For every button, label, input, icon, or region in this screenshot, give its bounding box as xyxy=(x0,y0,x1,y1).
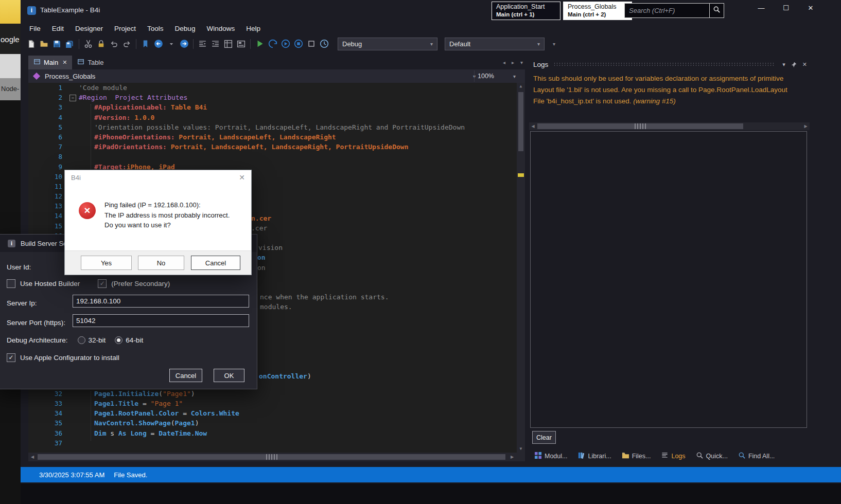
code-line: 32Page1.Initialize("Page1") xyxy=(28,389,525,399)
dock-tab-quick[interactable]: Quick... xyxy=(692,449,732,463)
server-ip-input[interactable] xyxy=(73,295,249,308)
editor-horizontal-scrollbar[interactable]: ◀ ▶ xyxy=(28,453,525,461)
module-tab-icon xyxy=(33,58,41,67)
clear-logs-button[interactable]: Clear xyxy=(532,431,556,444)
cut-icon[interactable] xyxy=(82,38,95,50)
menu-help[interactable]: Help xyxy=(240,25,266,32)
uncomment-block-icon[interactable] xyxy=(209,38,222,50)
code-line: 8 xyxy=(28,152,525,161)
stop-icon[interactable] xyxy=(305,38,318,50)
scroll-left-icon[interactable]: ◀ xyxy=(529,122,537,130)
editor-tab-main[interactable]: Main✕ xyxy=(28,56,72,69)
horizontal-scroll-thumb[interactable] xyxy=(537,123,743,129)
server-port-input[interactable] xyxy=(73,314,249,327)
log-output-area[interactable] xyxy=(530,131,807,428)
prefer-secondary-checkbox[interactable] xyxy=(98,279,107,288)
editor-vertical-scrollbar[interactable]: ▲ ▼ xyxy=(517,83,525,453)
menu-edit[interactable]: Edit xyxy=(46,25,69,32)
scroll-up-icon[interactable]: ▲ xyxy=(517,83,525,90)
zoom-value: 100% xyxy=(478,73,494,80)
cancel-button[interactable]: Cancel xyxy=(169,369,202,382)
scroll-left-icon[interactable]: ◀ xyxy=(28,453,37,461)
title-bar: i TableExample - B4i Application_StartMa… xyxy=(21,0,841,22)
connect-device-icon[interactable] xyxy=(266,38,279,50)
save-all-icon[interactable] xyxy=(63,38,76,50)
quick-jump-process_globals[interactable]: Process_GlobalsMain (ctrl + 2) xyxy=(563,2,632,20)
menu-designer[interactable]: Designer xyxy=(69,25,109,32)
scroll-right-icon[interactable]: ▶ xyxy=(508,453,516,461)
apple-configurator-checkbox[interactable] xyxy=(7,353,15,362)
quick-jump-application_start[interactable]: Application_StartMain (ctrl + 1) xyxy=(492,2,560,20)
tab-navigation: ◂ ▸ ▾ xyxy=(503,56,523,69)
current-sub-dropdown[interactable]: Process_Globals xyxy=(45,73,95,80)
pin-icon[interactable] xyxy=(791,61,797,68)
cancel-button[interactable]: Cancel xyxy=(191,256,240,270)
close-icon[interactable]: ✕ xyxy=(239,173,245,182)
configuration-combo[interactable]: Debug ▾ xyxy=(338,38,437,50)
code-fragment: nce when the application starts. xyxy=(260,292,389,302)
menu-windows[interactable]: Windows xyxy=(201,25,240,32)
close-tab-icon[interactable]: ✕ xyxy=(62,59,67,66)
undo-icon[interactable] xyxy=(108,38,120,50)
menu-file[interactable]: File xyxy=(24,25,46,32)
horizontal-scroll-thumb[interactable] xyxy=(38,454,505,460)
editor-tab-table[interactable]: Table xyxy=(72,56,109,69)
code-line: 3#ApplicationLabel: Table B4i xyxy=(28,102,525,112)
maximize-button[interactable]: ☐ xyxy=(781,4,791,12)
dock-tab-logs[interactable]: Logs xyxy=(657,449,689,463)
menu-project[interactable]: Project xyxy=(109,25,142,32)
debug-architecture-options: 32-bit64-bit xyxy=(78,336,144,344)
run-icon[interactable] xyxy=(253,38,266,50)
close-panel-icon[interactable]: ✕ xyxy=(802,61,807,68)
ok-button[interactable]: OK xyxy=(214,369,244,382)
rebuild-icon[interactable] xyxy=(292,38,305,50)
scroll-right-icon[interactable]: ▶ xyxy=(802,122,810,130)
ping-dialog-title: B4i xyxy=(71,174,81,182)
logs-title: Logs xyxy=(533,61,548,68)
search-button[interactable] xyxy=(709,4,724,17)
no-button[interactable]: No xyxy=(138,256,184,270)
dock-tab-modul[interactable]: Modul... xyxy=(530,449,571,463)
designer-grid-icon[interactable] xyxy=(222,38,235,50)
open-project-icon[interactable] xyxy=(38,38,50,50)
profiler-icon[interactable] xyxy=(318,38,330,50)
radio-64-bit[interactable]: 64-bit xyxy=(115,336,143,344)
hosted-builder-checkbox[interactable] xyxy=(7,279,15,288)
collapse-region-icon[interactable]: − xyxy=(69,95,76,101)
new-file-icon[interactable] xyxy=(25,38,38,50)
radio-32-bit[interactable]: 32-bit xyxy=(78,336,106,344)
close-button[interactable]: ✕ xyxy=(806,4,815,12)
menu-debug[interactable]: Debug xyxy=(169,25,201,32)
code-line: 4#Version: 1.0.0 xyxy=(28,113,525,122)
minimize-button[interactable]: — xyxy=(757,4,766,12)
designer-abstract-icon[interactable] xyxy=(235,38,248,50)
build-configuration-combo[interactable]: Default ▾ xyxy=(445,38,545,50)
zoom-combo[interactable]: 100% ▾ xyxy=(474,70,519,82)
dock-tab-files[interactable]: Files... xyxy=(618,449,655,463)
navigate-forward-icon[interactable] xyxy=(178,38,190,50)
dock-tab-findall[interactable]: Find All... xyxy=(734,449,779,463)
bookmark-icon[interactable] xyxy=(139,38,152,50)
vertical-scroll-thumb[interactable] xyxy=(518,92,523,151)
tab-list-dropdown-icon[interactable]: ▾ xyxy=(520,60,523,65)
toolbar-overflow-button[interactable]: ▾ xyxy=(553,41,555,47)
panel-menu-chevron-icon[interactable]: ▾ xyxy=(782,61,785,68)
dock-tab-librari[interactable]: Librari... xyxy=(573,449,615,463)
save-icon[interactable] xyxy=(50,38,63,50)
yes-button[interactable]: Yes xyxy=(81,256,132,270)
scroll-tabs-left-icon[interactable]: ◂ xyxy=(503,60,505,65)
navigate-back-icon[interactable] xyxy=(152,38,165,50)
panel-drag-handle[interactable] xyxy=(553,62,775,66)
scroll-tabs-right-icon[interactable]: ▸ xyxy=(512,60,514,65)
scroll-down-icon[interactable]: ▼ xyxy=(517,445,525,453)
code-line: 36Dim s As Long = DateTime.Now xyxy=(28,428,525,438)
compile-icon[interactable] xyxy=(279,38,292,50)
background-light-fragment xyxy=(0,54,21,78)
menu-tools[interactable]: Tools xyxy=(142,25,169,32)
history-dropdown-icon[interactable] xyxy=(165,38,178,50)
comment-block-icon[interactable] xyxy=(196,38,209,50)
warnings-scrollbar[interactable]: ◀ ▶ xyxy=(529,122,810,130)
redo-icon[interactable] xyxy=(120,38,133,50)
search-input[interactable] xyxy=(625,4,709,17)
lock-icon[interactable] xyxy=(95,38,108,50)
